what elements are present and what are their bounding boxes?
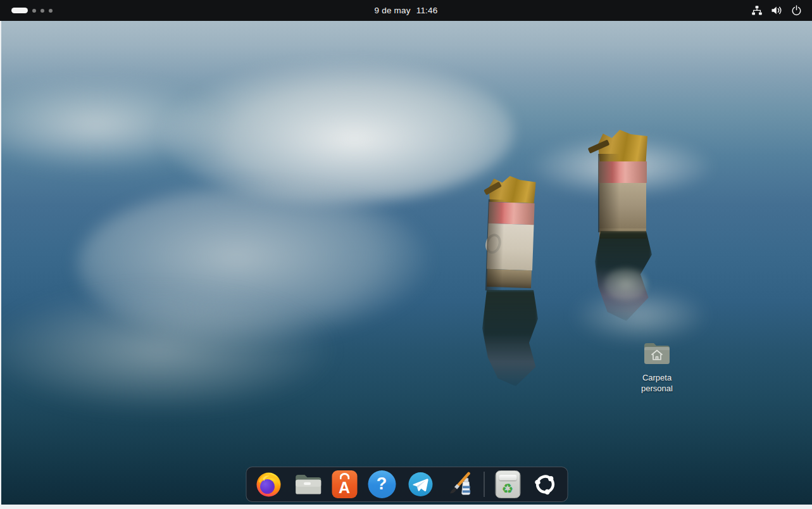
desktop-icon-home-folder[interactable]: Carpeta personal: [634, 341, 680, 394]
cloud-reflection: [77, 185, 432, 344]
workspace-dot[interactable]: [41, 9, 44, 13]
dock-item-firefox[interactable]: [254, 470, 282, 498]
volume-icon[interactable]: [771, 5, 783, 16]
dock-item-pinta[interactable]: [445, 470, 473, 498]
clock-menu[interactable]: 9 de may 11:46: [375, 0, 438, 21]
recycle-icon: ♻: [502, 482, 514, 496]
cloud-reflection: [1, 287, 337, 413]
power-icon[interactable]: [791, 5, 802, 16]
active-workspace-pill[interactable]: [11, 8, 28, 13]
question-mark: ?: [377, 475, 387, 493]
system-status-area[interactable]: [751, 5, 802, 16]
post-reflection-left: [482, 290, 538, 386]
top-panel: 9 de may 11:46: [0, 0, 812, 21]
trash-lid: [499, 475, 516, 481]
dock-item-ubuntu-show-apps[interactable]: [531, 470, 559, 498]
dock-separator: [484, 472, 484, 497]
home-folder-icon: [642, 341, 671, 368]
panel-date: 9 de may: [375, 6, 411, 15]
workspace-dot[interactable]: [49, 9, 53, 13]
bag-handle: [339, 473, 349, 479]
workspace-indicator[interactable]: [11, 8, 53, 13]
cloud-reflection: [1, 78, 229, 173]
dock-item-files[interactable]: [293, 470, 321, 498]
wallpaper: Carpeta personal: [1, 21, 812, 505]
wooden-post-left: [485, 175, 536, 292]
dock: A ?: [246, 467, 568, 502]
panel-time: 11:46: [416, 6, 438, 15]
home-folder-label: Carpeta personal: [634, 372, 680, 394]
network-icon[interactable]: [751, 5, 763, 16]
reflection-highlight: [604, 268, 648, 301]
workspace-dots[interactable]: [32, 9, 53, 13]
cloud-reflection: [159, 59, 514, 204]
workspace-dot[interactable]: [32, 9, 36, 13]
app-center-letter: A: [339, 480, 350, 496]
wooden-post-right: [598, 130, 647, 232]
dock-item-app-center[interactable]: A: [332, 470, 357, 498]
dock-item-help[interactable]: ?: [368, 470, 396, 498]
dock-item-telegram[interactable]: [406, 470, 434, 498]
screen: 9 de may 11:46: [0, 0, 812, 509]
dock-item-trash[interactable]: ♻: [495, 470, 520, 498]
